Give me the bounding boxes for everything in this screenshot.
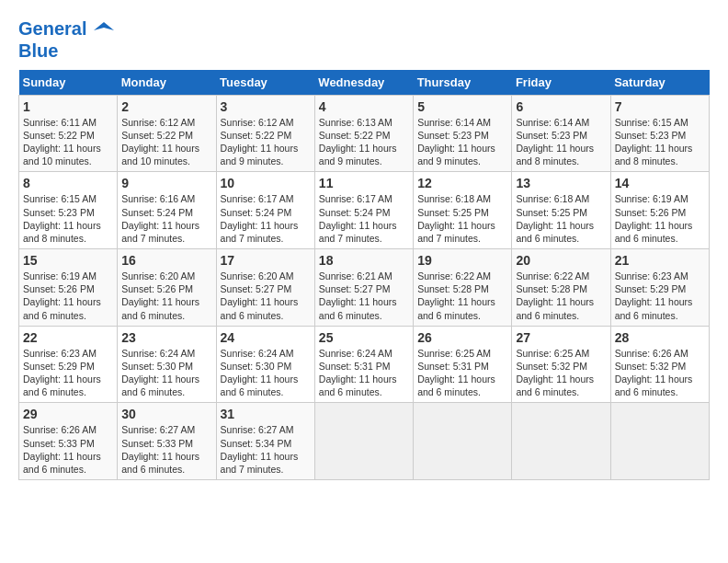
day-number: 4 [319, 99, 409, 114]
calendar-cell: 13Sunrise: 6:18 AM Sunset: 5:25 PM Dayli… [512, 172, 610, 249]
day-number: 1 [23, 99, 113, 114]
day-info: Sunrise: 6:19 AM Sunset: 5:26 PM Dayligh… [23, 270, 113, 322]
calendar-cell: 23Sunrise: 6:24 AM Sunset: 5:30 PM Dayli… [118, 326, 216, 403]
header-monday: Monday [118, 70, 216, 96]
calendar-cell: 8Sunrise: 6:15 AM Sunset: 5:23 PM Daylig… [19, 172, 118, 249]
day-number: 17 [221, 253, 311, 268]
day-info: Sunrise: 6:13 AM Sunset: 5:22 PM Dayligh… [319, 116, 409, 168]
header-saturday: Saturday [610, 70, 709, 96]
calendar-cell: 3Sunrise: 6:12 AM Sunset: 5:22 PM Daylig… [216, 95, 314, 172]
day-info: Sunrise: 6:17 AM Sunset: 5:24 PM Dayligh… [221, 192, 311, 245]
day-info: Sunrise: 6:25 AM Sunset: 5:31 PM Dayligh… [417, 347, 507, 399]
calendar-cell: 2Sunrise: 6:12 AM Sunset: 5:22 PM Daylig… [118, 95, 216, 172]
day-info: Sunrise: 6:25 AM Sunset: 5:32 PM Dayligh… [516, 347, 606, 399]
calendar-cell: 5Sunrise: 6:14 AM Sunset: 5:23 PM Daylig… [414, 95, 512, 172]
logo-text: General [18, 18, 114, 40]
calendar-cell: 4Sunrise: 6:13 AM Sunset: 5:22 PM Daylig… [314, 95, 413, 172]
day-number: 2 [121, 99, 211, 114]
calendar-cell: 12Sunrise: 6:18 AM Sunset: 5:25 PM Dayli… [414, 172, 512, 249]
day-number: 8 [23, 176, 113, 190]
day-info: Sunrise: 6:15 AM Sunset: 5:23 PM Dayligh… [615, 116, 705, 168]
calendar-cell: 14Sunrise: 6:19 AM Sunset: 5:26 PM Dayli… [610, 172, 709, 249]
page-header: General Blue [18, 18, 710, 61]
calendar-cell: 19Sunrise: 6:22 AM Sunset: 5:28 PM Dayli… [414, 249, 512, 327]
day-info: Sunrise: 6:16 AM Sunset: 5:24 PM Dayligh… [121, 192, 211, 245]
day-info: Sunrise: 6:23 AM Sunset: 5:29 PM Dayligh… [615, 270, 705, 322]
day-info: Sunrise: 6:12 AM Sunset: 5:22 PM Dayligh… [121, 116, 211, 168]
day-info: Sunrise: 6:14 AM Sunset: 5:23 PM Dayligh… [516, 116, 606, 168]
calendar-week-3: 15Sunrise: 6:19 AM Sunset: 5:26 PM Dayli… [19, 249, 710, 327]
header-thursday: Thursday [414, 70, 512, 96]
calendar-cell: 24Sunrise: 6:24 AM Sunset: 5:30 PM Dayli… [216, 326, 314, 403]
calendar-week-4: 22Sunrise: 6:23 AM Sunset: 5:29 PM Dayli… [19, 326, 710, 403]
day-number: 24 [221, 330, 311, 345]
day-number: 3 [221, 99, 311, 114]
calendar-cell: 11Sunrise: 6:17 AM Sunset: 5:24 PM Dayli… [314, 172, 413, 249]
day-info: Sunrise: 6:12 AM Sunset: 5:22 PM Dayligh… [221, 116, 311, 168]
day-number: 7 [615, 99, 705, 114]
day-info: Sunrise: 6:18 AM Sunset: 5:25 PM Dayligh… [417, 192, 507, 245]
calendar-cell: 9Sunrise: 6:16 AM Sunset: 5:24 PM Daylig… [118, 172, 216, 249]
logo-general: General [18, 18, 86, 39]
day-number: 22 [23, 330, 113, 345]
calendar-week-5: 29Sunrise: 6:26 AM Sunset: 5:33 PM Dayli… [19, 403, 710, 480]
day-number: 5 [417, 99, 507, 114]
svg-marker-0 [94, 22, 114, 30]
calendar-cell: 18Sunrise: 6:21 AM Sunset: 5:27 PM Dayli… [314, 249, 413, 327]
logo-bird-icon [94, 20, 114, 40]
day-number: 16 [121, 253, 211, 268]
day-number: 12 [417, 176, 507, 190]
calendar-cell: 28Sunrise: 6:26 AM Sunset: 5:32 PM Dayli… [610, 326, 709, 403]
day-info: Sunrise: 6:15 AM Sunset: 5:23 PM Dayligh… [23, 192, 113, 245]
day-number: 30 [121, 407, 211, 421]
day-info: Sunrise: 6:20 AM Sunset: 5:27 PM Dayligh… [221, 270, 311, 322]
day-info: Sunrise: 6:27 AM Sunset: 5:34 PM Dayligh… [221, 423, 311, 476]
day-info: Sunrise: 6:24 AM Sunset: 5:30 PM Dayligh… [221, 347, 311, 399]
calendar-cell: 7Sunrise: 6:15 AM Sunset: 5:23 PM Daylig… [610, 95, 709, 172]
day-info: Sunrise: 6:17 AM Sunset: 5:24 PM Dayligh… [319, 192, 409, 245]
calendar-cell: 1Sunrise: 6:11 AM Sunset: 5:22 PM Daylig… [19, 95, 118, 172]
calendar-cell: 20Sunrise: 6:22 AM Sunset: 5:28 PM Dayli… [512, 249, 610, 327]
day-info: Sunrise: 6:23 AM Sunset: 5:29 PM Dayligh… [23, 347, 113, 399]
day-info: Sunrise: 6:18 AM Sunset: 5:25 PM Dayligh… [516, 192, 606, 245]
calendar-cell [314, 403, 413, 480]
calendar-week-1: 1Sunrise: 6:11 AM Sunset: 5:22 PM Daylig… [19, 95, 710, 172]
day-number: 31 [221, 407, 311, 421]
day-info: Sunrise: 6:24 AM Sunset: 5:31 PM Dayligh… [319, 347, 409, 399]
day-number: 27 [516, 330, 606, 345]
calendar-cell: 26Sunrise: 6:25 AM Sunset: 5:31 PM Dayli… [414, 326, 512, 403]
day-info: Sunrise: 6:21 AM Sunset: 5:27 PM Dayligh… [319, 270, 409, 322]
day-number: 28 [615, 330, 705, 345]
calendar-cell: 17Sunrise: 6:20 AM Sunset: 5:27 PM Dayli… [216, 249, 314, 327]
header-sunday: Sunday [19, 70, 118, 96]
day-info: Sunrise: 6:20 AM Sunset: 5:26 PM Dayligh… [121, 270, 211, 322]
calendar-week-2: 8Sunrise: 6:15 AM Sunset: 5:23 PM Daylig… [19, 172, 710, 249]
day-info: Sunrise: 6:24 AM Sunset: 5:30 PM Dayligh… [121, 347, 211, 399]
day-info: Sunrise: 6:11 AM Sunset: 5:22 PM Dayligh… [23, 116, 113, 168]
day-number: 9 [121, 176, 211, 190]
day-number: 19 [417, 253, 507, 268]
day-info: Sunrise: 6:22 AM Sunset: 5:28 PM Dayligh… [516, 270, 606, 322]
header-wednesday: Wednesday [314, 70, 413, 96]
calendar-cell [414, 403, 512, 480]
header-tuesday: Tuesday [216, 70, 314, 96]
calendar-cell: 16Sunrise: 6:20 AM Sunset: 5:26 PM Dayli… [118, 249, 216, 327]
day-info: Sunrise: 6:26 AM Sunset: 5:33 PM Dayligh… [23, 423, 113, 476]
day-info: Sunrise: 6:26 AM Sunset: 5:32 PM Dayligh… [615, 347, 705, 399]
day-number: 15 [23, 253, 113, 268]
header-friday: Friday [512, 70, 610, 96]
day-number: 26 [417, 330, 507, 345]
calendar-cell: 27Sunrise: 6:25 AM Sunset: 5:32 PM Dayli… [512, 326, 610, 403]
calendar-cell: 22Sunrise: 6:23 AM Sunset: 5:29 PM Dayli… [19, 326, 118, 403]
calendar-table: SundayMondayTuesdayWednesdayThursdayFrid… [18, 70, 710, 480]
day-number: 14 [615, 176, 705, 190]
day-info: Sunrise: 6:14 AM Sunset: 5:23 PM Dayligh… [417, 116, 507, 168]
day-number: 23 [121, 330, 211, 345]
calendar-cell: 29Sunrise: 6:26 AM Sunset: 5:33 PM Dayli… [19, 403, 118, 480]
day-number: 29 [23, 407, 113, 421]
day-number: 20 [516, 253, 606, 268]
day-number: 11 [319, 176, 409, 190]
logo-blue: Blue [18, 40, 114, 61]
day-number: 13 [516, 176, 606, 190]
calendar-cell [610, 403, 709, 480]
